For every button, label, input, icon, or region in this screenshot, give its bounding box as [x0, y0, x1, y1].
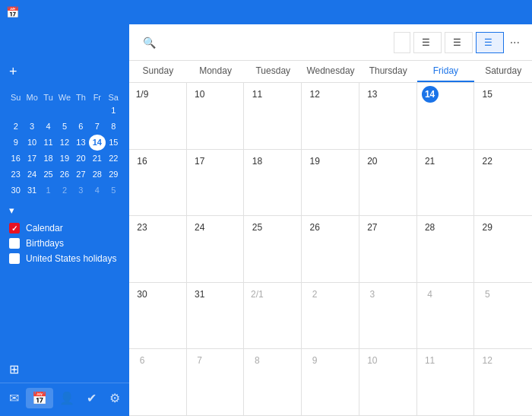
calendar-cell[interactable]: 2/1: [244, 283, 302, 349]
prev-button[interactable]: [166, 40, 175, 46]
calendar-date: 16: [134, 153, 150, 170]
calendar-cell[interactable]: 2: [302, 283, 359, 349]
calendar-cell[interactable]: 27: [359, 216, 417, 282]
calendar-item[interactable]: Birthdays: [9, 236, 120, 251]
day-view-button[interactable]: ☰: [413, 32, 442, 53]
close-button[interactable]: [491, 0, 526, 24]
calendar-checkbox[interactable]: [9, 253, 20, 264]
calendar-cell[interactable]: 9: [302, 349, 359, 415]
calendar-cell[interactable]: 13: [359, 83, 417, 149]
mini-cal-date[interactable]: 4: [89, 183, 105, 198]
calendar-cell[interactable]: 11: [244, 83, 302, 149]
mini-cal-date[interactable]: 16: [8, 151, 24, 167]
people-nav-button[interactable]: 👤: [53, 388, 81, 408]
calendar-cell[interactable]: 23: [129, 216, 187, 282]
mini-cal-date[interactable]: 5: [106, 183, 122, 198]
mini-cal-date[interactable]: 20: [73, 151, 89, 167]
mini-cal-date[interactable]: 4: [40, 119, 56, 135]
mini-cal-date[interactable]: 24: [24, 167, 40, 183]
add-calendars-button[interactable]: ⊞: [0, 362, 129, 383]
calendar-cell[interactable]: 30: [129, 283, 187, 349]
mini-cal-date[interactable]: 1: [106, 103, 122, 119]
settings-nav-button[interactable]: ⚙: [103, 388, 126, 408]
calendar-cell[interactable]: 10: [187, 83, 245, 149]
calendar-cell[interactable]: 12: [302, 83, 359, 149]
mail-nav-button[interactable]: ✉: [3, 388, 25, 408]
mini-cal-date[interactable]: 2: [8, 119, 24, 135]
calendar-item[interactable]: United States holidays: [9, 251, 120, 266]
calendar-checkbox[interactable]: [9, 223, 20, 233]
calendar-cell[interactable]: 15: [474, 83, 532, 149]
mini-cal-date[interactable]: 1: [40, 183, 56, 198]
mini-cal-date[interactable]: 14: [89, 135, 105, 151]
mini-cal-date[interactable]: 31: [24, 183, 40, 198]
calendar-cell[interactable]: 26: [302, 216, 359, 282]
calendar-cell[interactable]: 29: [474, 216, 532, 282]
minimize-button[interactable]: [421, 0, 456, 24]
outlook-header[interactable]: ▾: [9, 205, 120, 216]
mini-cal-date[interactable]: 7: [89, 119, 105, 135]
mini-cal-date[interactable]: 25: [40, 167, 56, 183]
new-event-button[interactable]: +: [9, 61, 120, 83]
mini-cal-date[interactable]: 3: [73, 183, 89, 198]
calendar-cell[interactable]: 12: [474, 349, 532, 415]
calendar-cell[interactable]: 5: [474, 283, 532, 349]
mini-cal-date[interactable]: 26: [56, 167, 72, 183]
calendar-nav-button[interactable]: 📅: [26, 388, 53, 408]
month-view-button[interactable]: ☰: [476, 32, 504, 53]
maximize-button[interactable]: [456, 0, 491, 24]
mini-cal-date[interactable]: 28: [89, 167, 105, 183]
mini-cal-date[interactable]: 10: [24, 135, 40, 151]
mini-cal-date[interactable]: 30: [8, 183, 24, 198]
mini-cal-date[interactable]: 19: [56, 151, 72, 167]
mini-cal-date[interactable]: 29: [106, 167, 122, 183]
calendar-item[interactable]: Calendar: [9, 221, 120, 236]
toolbar: 🔍 ☰ ☰ ☰ ···: [129, 24, 532, 61]
calendar-cell[interactable]: 10: [359, 349, 417, 415]
calendar-cell[interactable]: 4: [417, 283, 475, 349]
calendar-cell[interactable]: 16: [129, 150, 187, 216]
mini-cal-date[interactable]: 22: [106, 151, 122, 167]
next-button[interactable]: [176, 40, 185, 46]
calendar-cell[interactable]: 28: [417, 216, 475, 282]
calendar-item-label: United States holidays: [26, 253, 116, 264]
calendar-cell[interactable]: 25: [244, 216, 302, 282]
calendar-cell[interactable]: 20: [359, 150, 417, 216]
mini-cal-date[interactable]: 13: [73, 135, 89, 151]
mini-cal-date[interactable]: 5: [56, 119, 72, 135]
calendar-cell[interactable]: 31: [187, 283, 245, 349]
today-button[interactable]: [394, 32, 410, 53]
mini-cal-date[interactable]: 11: [40, 135, 56, 151]
calendar-cell[interactable]: 6: [129, 349, 187, 415]
mini-cal-date[interactable]: 21: [89, 151, 105, 167]
calendar-cell[interactable]: 11: [417, 349, 475, 415]
calendar-cell[interactable]: 21: [417, 150, 475, 216]
mini-cal-date[interactable]: 27: [73, 167, 89, 183]
mini-cal-date[interactable]: 23: [8, 167, 24, 183]
mini-cal-date[interactable]: 2: [56, 183, 72, 198]
mini-cal-date[interactable]: 8: [106, 119, 122, 135]
mini-cal-date[interactable]: 18: [40, 151, 56, 167]
mini-cal-date[interactable]: 17: [24, 151, 40, 167]
calendar-cell[interactable]: 17: [187, 150, 245, 216]
more-options-button[interactable]: ···: [507, 36, 523, 49]
mini-cal-date[interactable]: 12: [56, 135, 72, 151]
calendar-cell[interactable]: 19: [302, 150, 359, 216]
calendar-cell[interactable]: 1/9: [129, 83, 187, 149]
mini-cal-date[interactable]: 3: [24, 119, 40, 135]
calendar-date: 25: [249, 219, 265, 236]
calendar-cell[interactable]: 3: [359, 283, 417, 349]
calendar-cell[interactable]: 18: [244, 150, 302, 216]
mini-cal-date[interactable]: 6: [73, 119, 89, 135]
week-view-button[interactable]: ☰: [445, 32, 473, 53]
calendar-cell[interactable]: 7: [187, 349, 245, 415]
calendar-cell[interactable]: 8: [244, 349, 302, 415]
mini-cal-date[interactable]: 15: [106, 135, 122, 151]
calendar-cell[interactable]: 24: [187, 216, 245, 282]
calendar-cell[interactable]: 14: [417, 83, 475, 149]
search-button[interactable]: 🔍: [138, 32, 160, 53]
mini-cal-date[interactable]: 9: [8, 135, 24, 151]
calendar-checkbox[interactable]: [9, 238, 20, 249]
tasks-nav-button[interactable]: ✔: [81, 388, 103, 408]
calendar-cell[interactable]: 22: [474, 150, 532, 216]
